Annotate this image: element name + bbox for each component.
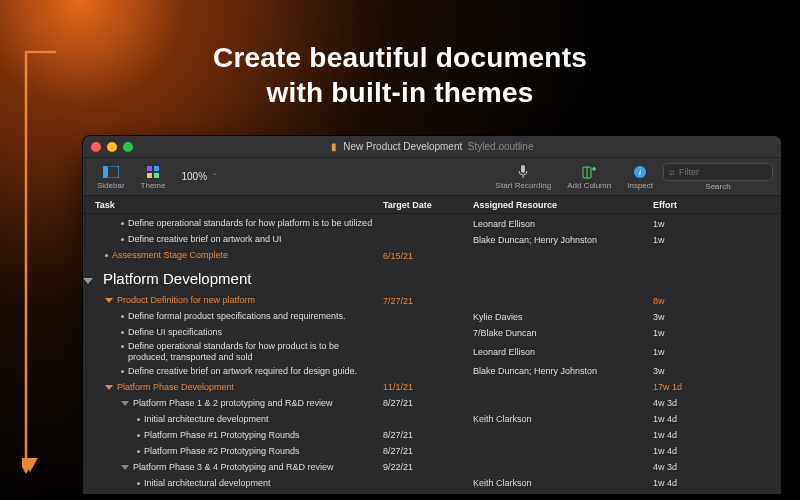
task-text: Platform Development — [103, 270, 251, 289]
add-column-icon — [581, 164, 597, 180]
bullet-icon — [121, 222, 124, 225]
bullet-icon — [121, 315, 124, 318]
effort-cell: 1w 4d — [653, 430, 733, 440]
effort-cell: 4w 3d — [653, 398, 733, 408]
bullet-icon — [121, 370, 124, 373]
outline-row[interactable]: Platform Phase 1 & 2 prototyping and R&D… — [83, 395, 781, 411]
effort-cell: 4w 3d — [653, 462, 733, 472]
outline-row[interactable]: Assessment Stage Complete6/15/21 — [83, 248, 781, 264]
search-label: Search — [705, 182, 730, 191]
column-header-task[interactable]: Task — [83, 200, 383, 210]
svg-rect-4 — [147, 173, 152, 178]
start-recording-button[interactable]: Start Recording — [490, 164, 558, 190]
hero-headline: Create beautiful documents with built-in… — [0, 40, 800, 110]
assigned-resource-cell: Blake Duncan; Henry Johnston — [473, 366, 653, 376]
search-input[interactable] — [679, 167, 767, 177]
assigned-resource-cell: Leonard Ellison — [473, 347, 653, 357]
outline-row[interactable]: Define creative brief on artwork require… — [83, 363, 781, 379]
target-date-cell: 9/22/21 — [383, 494, 473, 495]
outline-row[interactable]: Define UI specifications7/Blake Duncan1w — [83, 325, 781, 341]
task-text: Assessment Stage Complete — [112, 250, 228, 261]
sidebar-button[interactable]: Sidebar — [91, 164, 131, 190]
outline-row[interactable]: Platform Phase #2 Prototyping Rounds8/27… — [83, 443, 781, 459]
disclosure-triangle-icon[interactable] — [121, 401, 129, 406]
theme-button[interactable]: Theme — [135, 164, 172, 190]
outline-row[interactable]: Define creative brief on artwork and UIB… — [83, 232, 781, 248]
effort-cell: 3w — [653, 312, 733, 322]
document-icon: ▮ — [331, 141, 337, 152]
bullet-icon — [137, 450, 140, 453]
sidebar-icon — [103, 164, 119, 180]
effort-cell: 1w 4d — [653, 478, 733, 488]
assigned-resource-cell: Blake Duncan; Henry Johnston — [473, 235, 653, 245]
disclosure-triangle-icon[interactable] — [105, 298, 113, 303]
toolbar: Sidebar Theme 100% ⌃ Start Recording Add… — [83, 158, 781, 196]
section-header-row[interactable]: Platform Development — [83, 264, 781, 293]
target-date-cell: 7/27/21 — [383, 296, 473, 306]
task-text: Initial architecture development — [144, 414, 269, 425]
outline-row[interactable]: Initial architecture developmentKeith Cl… — [83, 411, 781, 427]
task-text: Define formal product specifications and… — [128, 311, 346, 322]
bullet-icon — [121, 331, 124, 334]
document-extension: Styled.ooutline — [465, 141, 533, 152]
titlebar: ▮ New Product Development Styled.ooutlin… — [83, 136, 781, 158]
outline-row[interactable]: Platform Phase Development11/1/2117w 1d — [83, 379, 781, 395]
column-headers: Task Target Date Assigned Resource Effor… — [83, 196, 781, 214]
theme-icon — [145, 164, 161, 180]
column-header-effort[interactable]: Effort — [653, 200, 733, 210]
theme-label: Theme — [141, 181, 166, 190]
search-input-wrapper[interactable]: ⌕ — [663, 163, 773, 181]
effort-cell: 1w 4d — [653, 414, 733, 424]
target-date-cell: 6/15/21 — [383, 251, 473, 261]
start-recording-label: Start Recording — [496, 181, 552, 190]
effort-cell: 1w — [653, 347, 733, 357]
bullet-icon — [105, 254, 108, 257]
add-column-label: Add Column — [567, 181, 611, 190]
effort-cell: 8w — [653, 296, 733, 306]
task-text: Define creative brief on artwork require… — [128, 366, 357, 377]
effort-cell: 1w — [653, 328, 733, 338]
task-text: Product Definition for new platform — [117, 295, 255, 306]
add-column-button[interactable]: Add Column — [561, 164, 617, 190]
effort-cell: 1w 4d — [653, 446, 733, 456]
assigned-resource-cell: Kylie Davies — [473, 312, 653, 322]
column-header-target-date[interactable]: Target Date — [383, 200, 473, 210]
task-text: Platform Phase Development — [117, 382, 234, 393]
outline-row[interactable]: Define formal product specifications and… — [83, 309, 781, 325]
disclosure-triangle-icon[interactable] — [121, 465, 129, 470]
outline-row[interactable]: Platform Phase 3 & 4 Prototyping and R&D… — [83, 459, 781, 475]
outline-row[interactable]: Platform Phase #1 Prototyping Rounds8/27… — [83, 427, 781, 443]
outline-row[interactable]: Product Definition for new platform7/27/… — [83, 293, 781, 309]
task-text: Define operational standards for how pla… — [128, 218, 372, 229]
bullet-icon — [121, 238, 124, 241]
svg-rect-3 — [154, 166, 159, 171]
target-date-cell: 9/22/21 — [383, 462, 473, 472]
inspect-button[interactable]: i Inspect — [621, 164, 659, 190]
svg-rect-5 — [154, 173, 159, 178]
chevron-down-icon: ⌃ — [211, 172, 218, 181]
task-text: Define operational standards for how pro… — [128, 341, 368, 364]
target-date-cell: 11/1/21 — [383, 382, 473, 392]
effort-cell: 1w — [653, 235, 733, 245]
outline-row[interactable]: Initial architectural developmentKeith C… — [83, 475, 781, 491]
zoom-control[interactable]: 100% ⌃ — [175, 171, 224, 182]
task-text: Initial architectural development — [144, 478, 271, 489]
task-text: Platform Phase 1 & 2 prototyping and R&D… — [133, 398, 333, 409]
decorative-arrow — [22, 50, 60, 480]
svg-rect-2 — [147, 166, 152, 171]
outline-row[interactable]: Define operational standards for how pla… — [83, 216, 781, 232]
outline-row[interactable]: Define operational standards for how pro… — [83, 341, 781, 364]
sidebar-label: Sidebar — [97, 181, 125, 190]
app-window: ▮ New Product Development Styled.ooutlin… — [82, 135, 782, 495]
outline-row[interactable]: Platform Phase #3 Prototyping Rounds9/22… — [83, 491, 781, 495]
bullet-icon — [137, 482, 140, 485]
bullet-icon — [121, 345, 124, 348]
assigned-resource-cell: Leonard Ellison — [473, 219, 653, 229]
outline-rows: Define operational standards for how pla… — [83, 214, 781, 495]
disclosure-triangle-icon[interactable] — [105, 385, 113, 390]
column-header-assigned-resource[interactable]: Assigned Resource — [473, 200, 653, 210]
disclosure-triangle-icon[interactable] — [83, 278, 93, 284]
target-date-cell: 8/27/21 — [383, 446, 473, 456]
effort-cell: 3w — [653, 366, 733, 376]
target-date-cell: 8/27/21 — [383, 398, 473, 408]
